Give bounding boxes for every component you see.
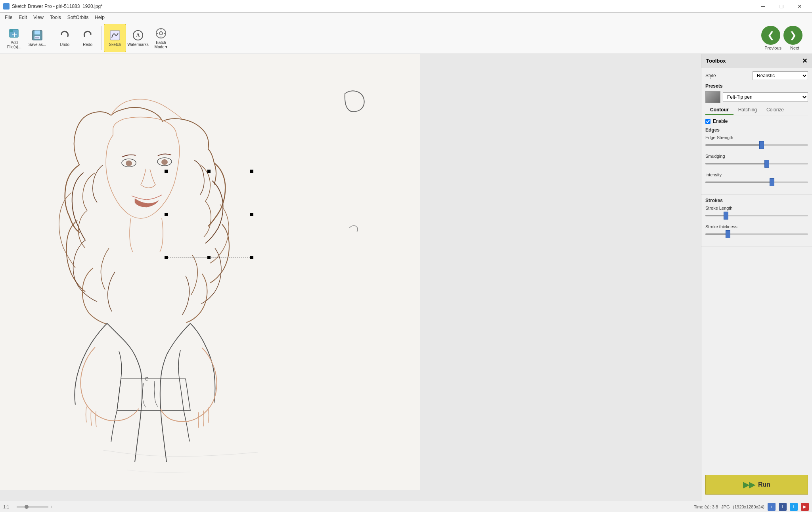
stroke-length-label: Stroke Length: [705, 206, 808, 210]
add-files-label: Add File(s)...: [5, 40, 24, 49]
redo-button[interactable]: Redo: [77, 24, 99, 52]
smudging-track[interactable]: [705, 160, 808, 168]
presets-row: Presets: [705, 83, 808, 89]
intensity-track[interactable]: [705, 178, 808, 186]
undo-label: Undo: [60, 42, 69, 47]
edge-strength-thumb[interactable]: [759, 141, 764, 149]
stroke-thickness-fill: [705, 233, 728, 235]
previous-label: Previous: [764, 46, 781, 50]
menu-file[interactable]: File: [2, 13, 15, 22]
handle-mb[interactable]: [207, 256, 211, 259]
style-section: Style Realistic Presets Felt-Tip pen Pen…: [701, 68, 812, 195]
edge-strength-row: Edge Strength: [705, 135, 808, 149]
intensity-bg: [705, 181, 808, 183]
menu-help[interactable]: Help: [92, 13, 108, 22]
zoom-minus-icon[interactable]: −: [12, 504, 15, 509]
youtube-icon[interactable]: ▶: [801, 503, 809, 511]
minimize-button[interactable]: ─: [754, 0, 772, 13]
tab-colorize[interactable]: Colorize: [762, 105, 789, 115]
intensity-row: Intensity: [705, 172, 808, 186]
format-info: JPG: [721, 504, 730, 509]
sketch-button[interactable]: Sketch: [104, 24, 126, 52]
stroke-length-bg: [705, 215, 808, 216]
run-button[interactable]: ▶▶ Run: [705, 475, 808, 495]
enable-checkbox[interactable]: [705, 119, 710, 124]
stroke-thickness-thumb[interactable]: [726, 230, 730, 238]
redo-icon: [81, 29, 94, 42]
undo-button[interactable]: Undo: [54, 24, 76, 52]
save-as-label: Save as...: [29, 42, 46, 47]
run-arrow-icon: ▶▶: [743, 480, 755, 489]
toolbox-close-icon[interactable]: ✕: [802, 57, 807, 65]
close-button[interactable]: ✕: [791, 0, 809, 13]
handle-mr[interactable]: [250, 213, 253, 216]
handle-br[interactable]: [250, 256, 253, 259]
watermarks-label: Watermarks: [127, 42, 149, 47]
toolbox-spacer: [701, 246, 812, 468]
tab-contour[interactable]: Contour: [705, 105, 733, 115]
run-section: ▶▶ Run: [701, 468, 812, 501]
menu-edit[interactable]: Edit: [15, 13, 30, 22]
handle-mt[interactable]: [207, 170, 211, 173]
handle-bl[interactable]: [165, 256, 168, 259]
svg-rect-10: [110, 31, 120, 40]
style-select[interactable]: Realistic: [753, 71, 808, 80]
handle-tl[interactable]: [165, 170, 168, 173]
smudging-fill: [705, 163, 767, 164]
next-button[interactable]: ❯: [783, 26, 802, 45]
undo-icon: [58, 29, 71, 42]
zoom-min-label: 1:1: [3, 504, 9, 509]
zoom-thumb[interactable]: [25, 505, 29, 509]
selection-dashed-border: [166, 171, 252, 258]
menu-tools[interactable]: Tools: [47, 13, 64, 22]
dimensions-info: (1920x1280x24): [733, 504, 764, 509]
style-row: Style Realistic: [705, 71, 808, 80]
twitter-icon[interactable]: t: [790, 503, 798, 511]
main-layout: Toolbox ✕ Style Realistic Presets Felt-T…: [0, 54, 812, 501]
add-files-button[interactable]: Add File(s)...: [3, 24, 25, 52]
previous-button[interactable]: ❮: [761, 26, 780, 45]
presets-label: Presets: [705, 83, 725, 89]
menu-softorbits[interactable]: SoftOrbits: [64, 13, 92, 22]
social-icon[interactable]: f: [779, 503, 787, 511]
edge-strength-bg: [705, 144, 808, 146]
info-icon[interactable]: i: [768, 503, 776, 511]
maximize-button[interactable]: □: [772, 0, 791, 13]
zoom-plus-icon[interactable]: +: [50, 504, 52, 509]
zoom-control[interactable]: − +: [12, 504, 52, 509]
presets-icon: [705, 91, 720, 103]
save-as-icon: [31, 29, 44, 42]
save-as-button[interactable]: Save as...: [26, 24, 48, 52]
enable-label[interactable]: Enable: [713, 118, 728, 124]
tabs-row: Contour Hatching Colorize: [705, 105, 808, 115]
tab-hatching[interactable]: Hatching: [733, 105, 762, 115]
strokes-section-title: Strokes: [705, 198, 808, 203]
smudging-thumb[interactable]: [764, 160, 769, 168]
status-right: Time (s): 3.8 JPG (1920x1280x24) i f t ▶: [694, 503, 809, 511]
batch-mode-label: Batch Mode ▾: [151, 40, 170, 49]
svg-rect-1: [10, 29, 13, 32]
canvas-area[interactable]: [0, 54, 701, 501]
menu-view[interactable]: View: [30, 13, 47, 22]
handle-ml[interactable]: [165, 213, 168, 216]
stroke-length-row: Stroke Length: [705, 206, 808, 220]
stroke-length-track[interactable]: [705, 212, 808, 220]
presets-select-row: Felt-Tip pen Pencil Charcoal: [705, 91, 808, 103]
nav-controls: ❮ ❯ Previous Next: [761, 26, 809, 50]
zoom-track[interactable]: [17, 506, 48, 508]
svg-point-14: [159, 32, 163, 35]
status-bar: 1:1 − + Time (s): 3.8 JPG (1920x1280x24)…: [0, 501, 812, 512]
stroke-length-fill: [705, 215, 726, 216]
toolbar-sep-1: [51, 26, 51, 50]
presets-select[interactable]: Felt-Tip pen Pencil Charcoal: [723, 92, 808, 102]
batch-mode-button[interactable]: Batch Mode ▾: [150, 24, 172, 52]
handle-tr[interactable]: [250, 170, 253, 173]
toolbox-title: Toolbox: [706, 58, 726, 64]
intensity-thumb[interactable]: [770, 178, 774, 186]
svg-point-22: [126, 160, 132, 166]
run-label: Run: [758, 481, 770, 488]
stroke-thickness-track[interactable]: [705, 230, 808, 238]
stroke-length-thumb[interactable]: [724, 212, 728, 220]
edge-strength-track[interactable]: [705, 141, 808, 149]
watermarks-button[interactable]: A Watermarks: [127, 24, 149, 52]
